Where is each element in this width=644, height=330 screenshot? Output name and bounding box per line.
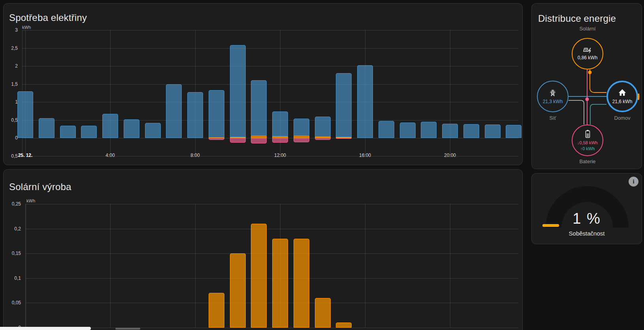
y-axis-tick-label: 0,05 bbox=[4, 300, 21, 305]
bar-grid_consumption-9h[interactable] bbox=[209, 90, 224, 138]
bar-solar-10h[interactable] bbox=[230, 253, 246, 328]
bar-grid_consumption-11h[interactable] bbox=[251, 80, 267, 136]
bar-battery_charging-9h[interactable] bbox=[209, 138, 224, 140]
gridline bbox=[22, 138, 518, 138]
bar-battery_charging-13h[interactable] bbox=[294, 138, 309, 142]
grid-node[interactable]: 21,3 kWh bbox=[537, 81, 569, 112]
bar-grid_consumption-14h[interactable] bbox=[315, 117, 331, 137]
gauge-label: Soběstačnost bbox=[532, 230, 642, 237]
horizontal-scrollbar-thumb[interactable] bbox=[0, 327, 91, 330]
battery-to-home-line bbox=[590, 104, 606, 124]
gridline bbox=[25, 204, 26, 328]
bar-grid_consumption-1h[interactable] bbox=[39, 118, 55, 138]
bar-grid_consumption-2h[interactable] bbox=[60, 126, 76, 138]
bar-solar-15h[interactable] bbox=[336, 322, 352, 328]
bar-solar-13h[interactable] bbox=[294, 239, 309, 328]
bar-grid_consumption-4h[interactable] bbox=[102, 114, 118, 138]
gridline bbox=[22, 48, 518, 49]
bar-grid_consumption-0h[interactable] bbox=[17, 91, 33, 138]
x-axis-tick-label: 16:00 bbox=[349, 153, 381, 158]
bar-grid_consumption-16h[interactable] bbox=[357, 65, 373, 138]
bar-battery_charging-15h[interactable] bbox=[336, 138, 352, 139]
y-axis-tick-label: 2,5 bbox=[4, 45, 18, 51]
bar-grid_consumption-3h[interactable] bbox=[81, 126, 97, 138]
gridline bbox=[22, 66, 518, 66]
y-axis-tick-label: 0,25 bbox=[4, 201, 21, 207]
battery-out-value: ↑0 kWh bbox=[580, 146, 595, 151]
gauge-level-segment bbox=[542, 224, 559, 227]
solar-production-card: Solární výroba kWh 0,250,20,150,10,050 bbox=[3, 169, 523, 330]
bar-grid_consumption-10h[interactable] bbox=[230, 45, 246, 137]
bar-solar-12h[interactable] bbox=[272, 239, 288, 328]
home-node-label: Domov bbox=[604, 115, 640, 121]
x-axis-tick-label: 12:00 bbox=[264, 153, 296, 158]
bar-grid_consumption-12h[interactable] bbox=[272, 111, 288, 137]
y-axis-tick-label: 0,5 bbox=[4, 117, 18, 123]
consumption-card: Spotřeba elektřiny kWh 32,521,510,500,52… bbox=[3, 3, 523, 165]
gridline bbox=[22, 102, 518, 102]
bar-grid_consumption-21h[interactable] bbox=[463, 124, 479, 138]
bar-grid_consumption-18h[interactable] bbox=[400, 123, 416, 138]
y-axis-tick-label: 0,1 bbox=[4, 275, 21, 281]
bar-grid_consumption-5h[interactable] bbox=[124, 119, 139, 138]
bar-grid_consumption-23h[interactable] bbox=[506, 125, 522, 138]
grid-node-label: Síť bbox=[535, 115, 571, 121]
solar-node-value: 0,86 kWh bbox=[578, 55, 598, 60]
bar-battery_charging-11h[interactable] bbox=[251, 138, 267, 143]
battery-node-label: Baterie bbox=[570, 158, 605, 164]
bar-battery_charging-14h[interactable] bbox=[315, 138, 331, 140]
y-axis-tick-label: 1,5 bbox=[4, 81, 18, 87]
bar-grid_consumption-15h[interactable] bbox=[336, 73, 352, 137]
info-icon[interactable]: i bbox=[629, 177, 638, 187]
y-axis-tick-label: 0,15 bbox=[4, 251, 21, 256]
bar-grid_consumption-6h[interactable] bbox=[145, 123, 161, 138]
bar-grid_consumption-17h[interactable] bbox=[378, 121, 394, 138]
bar-grid_consumption-22h[interactable] bbox=[485, 124, 501, 138]
bar-grid_consumption-20h[interactable] bbox=[442, 124, 458, 138]
gridline bbox=[22, 120, 518, 121]
transmission-tower-icon bbox=[548, 89, 557, 98]
bar-battery_charging-12h[interactable] bbox=[272, 138, 288, 143]
solar-node-label: Solární bbox=[570, 26, 605, 32]
energy-distribution-card: Distribuce energie Solární 0,86 kWh 21,3 bbox=[531, 3, 642, 169]
y-axis-tick-label: 0 bbox=[4, 135, 18, 141]
solar-panel-icon bbox=[583, 47, 592, 54]
bar-grid_consumption-7h[interactable] bbox=[166, 84, 182, 138]
x-axis-tick-label: 25. 12. bbox=[9, 153, 41, 158]
horizontal-scrollbar-thumb-secondary[interactable] bbox=[115, 328, 140, 330]
x-axis-tick-label: 4:00 bbox=[94, 153, 126, 158]
gridline bbox=[365, 204, 365, 328]
gridline bbox=[195, 204, 196, 328]
self-sufficiency-gauge-card: i 1 % Soběstačnost bbox=[531, 173, 642, 244]
solar-production-chart[interactable]: 0,250,20,150,10,050 bbox=[4, 170, 522, 330]
bar-battery_charging-10h[interactable] bbox=[230, 138, 246, 143]
grid-node-value: 21,3 kWh bbox=[543, 99, 563, 104]
solar-flow-dot bbox=[588, 71, 592, 74]
x-axis-tick-label: 8:00 bbox=[179, 153, 211, 158]
bar-grid_consumption-19h[interactable] bbox=[421, 122, 437, 138]
gridline bbox=[26, 204, 26, 328]
gridline bbox=[22, 30, 518, 30]
battery-flow-dot bbox=[586, 98, 589, 101]
consumption-chart[interactable]: 32,521,510,500,525. 12.4:008:0012:0016:0… bbox=[4, 4, 522, 165]
battery-in-value: ↓0,58 kWh bbox=[577, 140, 598, 145]
solar-node[interactable]: 0,86 kWh bbox=[572, 38, 603, 70]
bar-solar-14h[interactable] bbox=[315, 298, 331, 328]
y-axis-tick-label: 0,2 bbox=[4, 226, 21, 232]
grid-to-battery-line bbox=[569, 100, 584, 124]
bar-grid_consumption-13h[interactable] bbox=[294, 119, 309, 136]
bar-solar-9h[interactable] bbox=[209, 293, 224, 328]
home-node-value: 21,6 kWh bbox=[612, 99, 633, 104]
bar-grid_consumption-8h[interactable] bbox=[187, 92, 203, 138]
gridline bbox=[22, 84, 518, 85]
gridline bbox=[450, 204, 450, 328]
gridline bbox=[26, 328, 518, 328]
home-node[interactable]: 21,6 kWh bbox=[606, 81, 638, 112]
bar-solar-11h[interactable] bbox=[251, 224, 267, 328]
home-icon bbox=[618, 89, 627, 98]
battery-node[interactable]: ↓0,58 kWh ↑0 kWh bbox=[572, 124, 603, 156]
gridline bbox=[110, 204, 111, 328]
battery-icon bbox=[585, 130, 590, 140]
gridline bbox=[26, 204, 518, 204]
gridline bbox=[26, 229, 518, 229]
